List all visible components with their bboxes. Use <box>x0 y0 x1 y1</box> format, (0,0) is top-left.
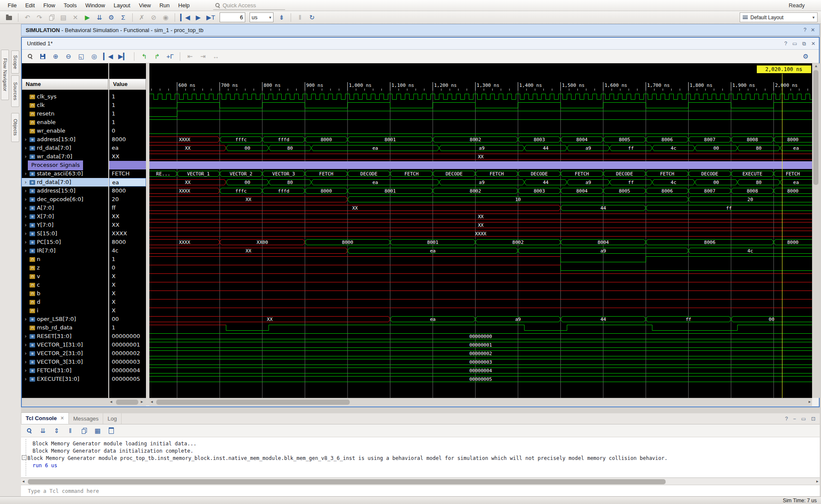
signal-row-name[interactable]: ›≋RESET[31:0] <box>22 332 108 341</box>
search-icon[interactable] <box>25 428 33 433</box>
float-icon[interactable]: ⊡ <box>811 416 815 422</box>
clear-icon[interactable] <box>107 427 115 434</box>
run-time-input[interactable] <box>220 12 245 22</box>
panel-splitter[interactable] <box>146 63 149 406</box>
signal-row-value[interactable]: 1 <box>109 323 146 332</box>
expand-chevron-icon[interactable]: › <box>24 315 28 323</box>
expand-chevron-icon[interactable]: › <box>24 212 28 221</box>
expand-chevron-icon[interactable]: › <box>24 169 28 178</box>
zoom-to-cursor-icon[interactable]: ◎ <box>90 52 98 61</box>
save-waveform-icon[interactable] <box>39 54 47 59</box>
signal-row-name[interactable]: ⊓z <box>22 264 108 272</box>
collapse-box-icon[interactable]: − <box>22 455 27 460</box>
expand-chevron-icon[interactable]: › <box>24 221 28 229</box>
canvas-horizontal-scrollbar[interactable]: ◂ ▸ <box>149 398 812 406</box>
delete-icon[interactable]: ✕ <box>71 13 79 22</box>
expand-chevron-icon[interactable]: › <box>24 195 28 204</box>
relaunch-icon[interactable]: ↻ <box>308 13 316 22</box>
signal-row-name[interactable]: ⊓n <box>22 255 108 264</box>
signal-row-name[interactable]: ›≋rd_data[7:0] <box>22 178 108 187</box>
canvas-horizontal-scrollbar-thumb[interactable] <box>156 400 350 405</box>
scroll-left-arrow-icon[interactable]: ◂ <box>151 399 153 404</box>
signal-row-name[interactable]: ⊓enable <box>22 118 108 127</box>
run-for-time-icon[interactable]: ▶T <box>206 13 215 22</box>
scroll-right-arrow-icon[interactable]: ▸ <box>809 399 811 404</box>
signal-row-value[interactable]: 8000 <box>109 238 146 246</box>
zoom-fit-icon[interactable]: ◱ <box>77 52 85 61</box>
signal-row-value[interactable]: 1 <box>109 92 146 101</box>
menu-file[interactable]: File <box>3 1 21 10</box>
signal-row-value[interactable]: X <box>109 289 146 298</box>
console-tab-messages[interactable]: Messages <box>69 413 103 424</box>
signal-row-name[interactable]: ⊓d <box>22 298 108 306</box>
signal-row-name[interactable]: ›≋address[15:0] <box>22 187 108 195</box>
signal-row-value[interactable]: 00000002 <box>109 349 146 358</box>
signal-row-value[interactable]: X <box>109 281 146 289</box>
sum-icon[interactable]: Σ <box>119 13 127 22</box>
signal-row-value[interactable]: ea <box>109 178 146 187</box>
signal-row-value[interactable]: ff <box>109 204 146 212</box>
signal-row-value[interactable]: X <box>109 306 146 315</box>
run-icon[interactable]: ▶ <box>83 13 91 22</box>
menu-edit[interactable]: Edit <box>21 1 39 10</box>
expand-chevron-icon[interactable]: › <box>24 135 28 144</box>
signal-row-value[interactable]: X <box>109 298 146 306</box>
signal-row-name[interactable]: ⊓b <box>22 289 108 298</box>
signal-group-divider[interactable]: Processor Signals <box>22 161 108 169</box>
menu-tools[interactable]: Tools <box>59 1 81 10</box>
signal-row-name[interactable]: ›≋address[15:0] <box>22 135 108 144</box>
minimize-icon[interactable]: ▭ <box>792 41 797 47</box>
signal-row-name[interactable]: ›≋PC[15:0] <box>22 238 108 246</box>
signal-row-value[interactable]: 1 <box>109 110 146 118</box>
console-horizontal-scrollbar[interactable]: ◂ ▸ <box>21 477 820 485</box>
cut-disabled-icon[interactable]: ✗ <box>138 13 146 22</box>
run-all-icon[interactable]: ▶ <box>194 13 202 22</box>
signal-row-value[interactable]: 00000000 <box>109 332 146 341</box>
expand-chevron-icon[interactable]: › <box>24 349 28 358</box>
left-tab-scope[interactable]: Scope <box>11 50 19 74</box>
signal-row-name[interactable]: ⊓msb_rd_data <box>22 323 108 332</box>
maximize-icon[interactable]: ▭ <box>801 416 806 422</box>
help-icon[interactable]: ? <box>785 416 788 422</box>
previous-view-icon[interactable]: ↰ <box>140 52 148 61</box>
go-to-last-time-icon[interactable]: ▶▎ <box>118 52 128 61</box>
expand-chevron-icon[interactable]: › <box>24 238 28 246</box>
help-icon[interactable]: ? <box>803 27 806 33</box>
signal-row-name[interactable]: ›≋state_ascii[63:0] <box>22 169 108 178</box>
signal-row-value[interactable]: 00000005 <box>109 375 146 383</box>
next-transition-icon[interactable]: ⇥ <box>199 52 207 61</box>
signal-row-value[interactable]: XX <box>109 221 146 229</box>
signal-row-value[interactable]: 4c <box>109 246 146 255</box>
expand-chevron-icon[interactable]: › <box>24 229 28 238</box>
copy-icon[interactable] <box>80 428 88 433</box>
expand-chevron-icon[interactable]: › <box>24 144 28 152</box>
interval-icon[interactable]: ↔ <box>212 52 220 61</box>
waveform-settings-gear-icon[interactable]: ⚙ <box>803 53 809 60</box>
signal-row-name[interactable]: ›≋VECTOR_2[31:0] <box>22 349 108 358</box>
signal-row-name[interactable]: ⊓v <box>22 272 108 281</box>
go-to-time-0-icon[interactable]: ▎◀ <box>103 52 113 61</box>
redo-icon[interactable]: ↷ <box>36 13 43 22</box>
signal-row-name[interactable]: ›≋wr_data[7:0] <box>22 152 108 161</box>
undo-icon[interactable]: ↶ <box>24 13 31 22</box>
link-disabled-icon[interactable]: ⊘ <box>150 13 158 22</box>
log-to-bottom-icon[interactable]: ⇟ <box>278 13 286 22</box>
quick-access-search[interactable]: Quick Access <box>213 1 285 10</box>
console-tab-tcl-console[interactable]: Tcl Console✕ <box>21 412 69 424</box>
step-icon[interactable]: ⇊ <box>95 13 103 22</box>
signal-row-name[interactable]: ›≋X[7:0] <box>22 212 108 221</box>
signal-row-value[interactable]: 8000 <box>109 187 146 195</box>
signal-row-name[interactable]: ⊓clk <box>22 101 108 110</box>
signal-row-value[interactable]: 1 <box>109 101 146 110</box>
next-view-icon[interactable]: ↱ <box>153 52 161 61</box>
close-icon[interactable]: ✕ <box>811 41 815 47</box>
signal-row-value[interactable]: 1 <box>109 255 146 264</box>
pause-icon[interactable]: ‖ <box>296 13 304 22</box>
signal-row-value[interactable]: XX <box>109 212 146 221</box>
signal-row-name[interactable]: ⊓i <box>22 306 108 315</box>
expand-chevron-icon[interactable]: › <box>24 204 28 212</box>
menu-view[interactable]: View <box>134 1 155 10</box>
signal-row-value[interactable]: XXXX <box>109 229 146 238</box>
signal-row-name[interactable]: ⊓resetn <box>22 110 108 118</box>
left-tab-objects[interactable]: Objects <box>11 113 19 142</box>
